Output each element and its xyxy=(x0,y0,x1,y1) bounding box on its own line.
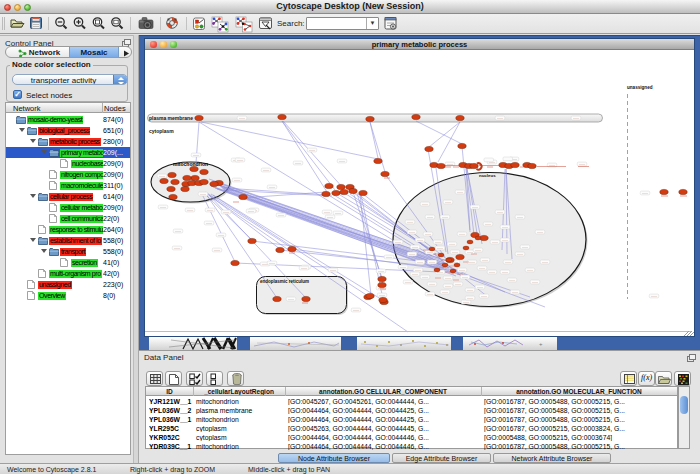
svg-text:unassigned: unassigned xyxy=(627,85,653,90)
svg-text:+: + xyxy=(539,341,543,347)
svg-text:endoplasmic reticulum: endoplasmic reticulum xyxy=(260,279,309,284)
svg-text:cytoplasm: cytoplasm xyxy=(149,128,174,134)
svg-text:mitochondrion: mitochondrion xyxy=(173,161,208,167)
svg-text:plasma membrane: plasma membrane xyxy=(149,115,193,121)
svg-text:nucleus: nucleus xyxy=(479,173,496,178)
